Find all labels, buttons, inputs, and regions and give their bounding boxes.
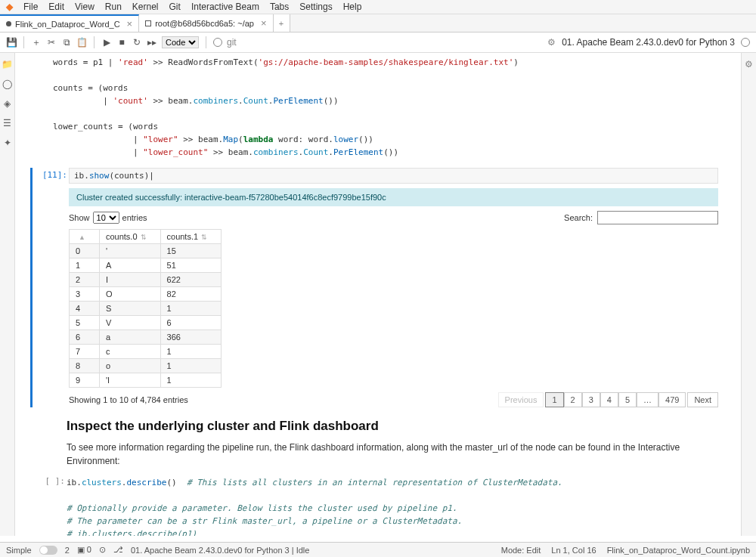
code-cell[interactable]: [11]: ⧉ ↑ ↓ ⬓ ⬒ 🗑 ib.show(counts)| Clust…: [30, 168, 741, 407]
next-button[interactable]: Next: [687, 392, 718, 407]
search-label: Search:: [564, 213, 593, 222]
property-inspector-icon[interactable]: ⚙: [745, 59, 753, 70]
markdown-cell: Inspect the underlying cluster and Flink…: [67, 416, 718, 468]
cut-icon[interactable]: ✂: [46, 37, 57, 48]
entries-select[interactable]: 10: [93, 212, 119, 224]
table-row: 7c1: [70, 345, 222, 359]
cluster-success-alert: Cluster created successfully: interactiv…: [69, 188, 718, 206]
menu-bar: ◆ File Edit View Run Kernel Git Interact…: [0, 0, 756, 14]
table-row: 2I622: [70, 273, 222, 287]
progress-icon: [213, 38, 222, 47]
data-table: ▲counts.0⇅counts.1⇅ 0'151A512I6223O824S1…: [69, 229, 222, 388]
pagination: Previous 12345…479 Next: [498, 392, 718, 407]
git-label[interactable]: git: [227, 37, 237, 48]
table-row: 3O82: [70, 287, 222, 302]
execution-count: [11]:: [33, 170, 67, 180]
tab-notebook[interactable]: Flink_on_Dataproc_Word_C ×: [0, 14, 139, 32]
tab-label: root@b68d56bcd6a5: ~/ap: [155, 19, 254, 28]
run-all-icon[interactable]: ▸▸: [147, 37, 157, 48]
save-icon[interactable]: 💾: [6, 37, 17, 48]
table-row: 5V6: [70, 316, 222, 330]
search-input[interactable]: [597, 211, 718, 224]
table-row: 4S1: [70, 302, 222, 316]
entries-label: entries: [122, 213, 147, 222]
page-button[interactable]: 4: [600, 392, 618, 407]
extensions-icon[interactable]: ✦: [2, 138, 13, 148]
left-sidebar: 📁 ◯ ◈ ☰ ✦: [0, 53, 15, 536]
page-button[interactable]: 5: [618, 392, 637, 407]
kernel-name[interactable]: 01. Apache Beam 2.43.0.dev0 for Python 3: [562, 37, 735, 48]
run-icon[interactable]: ▶: [101, 37, 112, 48]
tab-label: Flink_on_Dataproc_Word_C: [15, 20, 120, 29]
datatable-output: Show 10 entries Search: ▲counts.0⇅counts…: [69, 211, 718, 407]
document-tabs: Flink_on_Dataproc_Word_C × root@b68d56bc…: [0, 14, 756, 32]
execution-count: [ ]:: [30, 476, 65, 486]
right-sidebar: ⚙: [741, 53, 756, 536]
code-output-previous: words = p1 | 'read' >> ReadWordsFromText…: [30, 53, 741, 165]
show-label: Show: [69, 213, 90, 222]
table-row: 6a366: [70, 330, 222, 345]
tab-terminal[interactable]: root@b68d56bcd6a5: ~/ap ×: [139, 14, 273, 32]
table-row: 9'I1: [70, 373, 222, 388]
table-header[interactable]: ▲: [70, 230, 100, 244]
kernel-status-icon: [741, 38, 750, 47]
page-button[interactable]: 1: [545, 392, 563, 407]
running-icon[interactable]: ◯: [2, 79, 13, 89]
table-row: 8o1: [70, 359, 222, 373]
table-header[interactable]: counts.0⇅: [99, 230, 160, 244]
new-tab-button[interactable]: +: [274, 14, 290, 32]
notebook-icon: [6, 21, 11, 26]
settings-icon[interactable]: ⚙: [547, 37, 556, 48]
copy-icon[interactable]: ⧉: [61, 37, 72, 48]
table-row: 0'15: [70, 244, 222, 258]
code-editor[interactable]: ib.show(counts)|: [69, 168, 718, 184]
menu-git[interactable]: Git: [169, 2, 181, 12]
table-row: 1A51: [70, 258, 222, 273]
menu-interactive-beam[interactable]: Interactive Beam: [191, 2, 259, 12]
notebook-area: words = p1 | 'read' >> ReadWordsFromText…: [15, 53, 741, 536]
paste-icon[interactable]: 📋: [76, 37, 87, 48]
menu-edit[interactable]: Edit: [48, 2, 64, 12]
menu-file[interactable]: File: [23, 2, 38, 12]
file-browser-icon[interactable]: 📁: [2, 59, 13, 70]
menu-help[interactable]: Help: [343, 2, 362, 12]
code-cell[interactable]: [ ]: ib.clusters.describe() # This lists…: [30, 474, 741, 536]
section-text: To see more information regarding the pi…: [67, 441, 718, 468]
showing-info: Showing 1 to 10 of 4,784 entries: [69, 395, 188, 404]
table-header[interactable]: counts.1⇅: [160, 230, 222, 244]
jupyter-logo-icon: ◆: [6, 2, 13, 12]
page-button[interactable]: 3: [582, 392, 600, 407]
page-button[interactable]: 2: [564, 392, 582, 407]
menu-kernel[interactable]: Kernel: [132, 2, 159, 12]
add-cell-icon[interactable]: ＋: [31, 37, 42, 48]
section-heading: Inspect the underlying cluster and Flink…: [67, 416, 718, 436]
menu-run[interactable]: Run: [105, 2, 122, 12]
toc-icon[interactable]: ☰: [2, 118, 13, 128]
restart-icon[interactable]: ↻: [132, 37, 142, 48]
menu-settings[interactable]: Settings: [299, 2, 332, 12]
prev-button[interactable]: Previous: [498, 392, 544, 407]
close-icon[interactable]: ×: [124, 18, 133, 29]
menu-tabs[interactable]: Tabs: [270, 2, 289, 12]
cell-type-select[interactable]: Code: [162, 36, 199, 48]
page-button[interactable]: …: [637, 392, 658, 407]
terminal-icon: [145, 20, 151, 26]
close-icon[interactable]: ×: [258, 17, 267, 29]
stop-icon[interactable]: ■: [116, 37, 127, 48]
git-icon[interactable]: ◈: [2, 98, 13, 109]
notebook-toolbar: 💾 ＋ ✂ ⧉ 📋 ▶ ■ ↻ ▸▸ Code git ⚙ 01. Apache…: [0, 32, 756, 53]
menu-view[interactable]: View: [75, 2, 94, 12]
page-button[interactable]: 479: [658, 392, 686, 407]
code-editor[interactable]: ib.clusters.describe() # This lists all …: [67, 474, 718, 536]
